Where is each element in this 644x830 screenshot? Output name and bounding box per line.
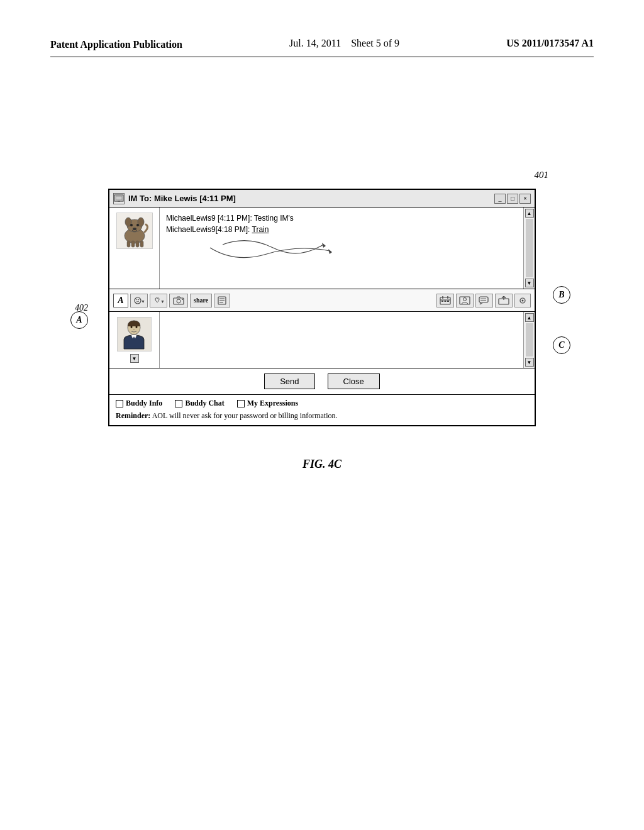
- smiley-button[interactable]: ▼: [130, 294, 148, 307]
- close-im-button[interactable]: Close: [328, 374, 380, 389]
- chat-button[interactable]: [475, 294, 493, 307]
- buddy-chat-label: Buddy Chat: [185, 399, 224, 408]
- header-right: US 2011/0173547 A1: [506, 38, 594, 49]
- label-a-container: A: [70, 311, 88, 329]
- im-titlebar-controls: _ □ ×: [494, 194, 531, 204]
- share-button[interactable]: share: [190, 294, 212, 307]
- scroll-up-arrow[interactable]: ▲: [525, 209, 534, 218]
- svg-rect-34: [445, 301, 447, 302]
- settings-button[interactable]: [514, 294, 531, 307]
- page-header: Patent Application Publication Jul. 14, …: [50, 38, 594, 57]
- buddy-info-checkbox-box: [116, 400, 123, 407]
- im-input-avatar-area: ▼: [109, 312, 160, 368]
- svg-rect-1: [116, 196, 122, 200]
- label-a-circle: A: [70, 311, 88, 329]
- im-chat-area: MichaelLewis9 [4:11 PM]: Testing IM's Mi…: [109, 208, 535, 289]
- svg-text:▼: ▼: [141, 299, 145, 304]
- figure-label-402: 402: [75, 303, 88, 313]
- svg-point-17: [135, 297, 141, 304]
- sheet-info: Sheet 5 of 9: [351, 38, 399, 48]
- label-b-circle: B: [553, 286, 570, 304]
- reminder-label: Reminder:: [116, 411, 150, 420]
- label-401: 401: [535, 170, 549, 180]
- message-1: MichaelLewis9 [4:11 PM]: Testing IM's: [166, 213, 518, 224]
- my-expressions-checkbox[interactable]: My Expressions: [237, 399, 298, 408]
- user-avatar: [117, 317, 152, 351]
- svg-rect-12: [131, 241, 135, 247]
- im-footer-reminder: Reminder: AOL will never ask for your pa…: [116, 411, 528, 421]
- my-expressions-label: My Expressions: [247, 399, 298, 408]
- svg-point-47: [136, 326, 138, 328]
- camera-button[interactable]: [169, 294, 188, 307]
- svg-marker-16: [328, 249, 332, 254]
- input-scrollbar[interactable]: ▲ ▼: [523, 312, 535, 368]
- svg-rect-13: [136, 241, 139, 247]
- address-button[interactable]: [456, 294, 474, 307]
- im-titlebar: IM To: Mike Lewis [4:11 PM] _ □ ×: [109, 190, 535, 208]
- svg-rect-33: [441, 301, 443, 302]
- label-b-container: B: [553, 286, 570, 304]
- figure-caption: FIG. 4C: [303, 458, 341, 471]
- svg-point-24: [182, 299, 183, 300]
- upload-button[interactable]: [495, 294, 513, 307]
- svg-rect-35: [447, 301, 449, 302]
- message-2: MichaelLewis9[4:18 PM]: Train: [166, 224, 518, 235]
- label-c-container: C: [553, 336, 570, 354]
- im-footer: Buddy Info Buddy Chat My Expressions Rem…: [109, 395, 535, 425]
- my-expressions-checkbox-box: [237, 400, 245, 407]
- label-c-circle: C: [553, 336, 570, 354]
- im-text-input[interactable]: [160, 312, 523, 368]
- label-a-text: A: [76, 315, 82, 325]
- input-scroll-arrow[interactable]: ▼: [130, 354, 139, 363]
- fig-label: FIG. 4C: [303, 458, 341, 470]
- publication-title: Patent Application Publication: [50, 39, 182, 50]
- input-scroll-up[interactable]: ▲: [525, 313, 534, 322]
- annotation-arrows: [172, 238, 361, 276]
- document-button[interactable]: [214, 294, 230, 307]
- send-button[interactable]: Send: [264, 374, 314, 389]
- svg-point-8: [130, 224, 133, 226]
- buddy-info-label: Buddy Info: [126, 399, 162, 408]
- svg-point-23: [177, 299, 180, 303]
- label-c-text: C: [558, 340, 564, 350]
- maximize-button[interactable]: □: [507, 194, 518, 204]
- svg-point-43: [522, 299, 524, 301]
- close-button[interactable]: ×: [519, 194, 531, 204]
- svg-point-37: [464, 297, 467, 301]
- im-messages: MichaelLewis9 [4:11 PM]: Testing IM's Mi…: [160, 208, 523, 289]
- header-left: Patent Application Publication: [50, 38, 182, 52]
- im-input-area: ▼ ▲ ▼: [109, 312, 535, 368]
- svg-rect-14: [140, 241, 143, 247]
- svg-point-19: [138, 299, 140, 300]
- svg-point-9: [136, 224, 139, 226]
- svg-point-10: [133, 228, 136, 230]
- scroll-down-arrow[interactable]: ▼: [525, 279, 534, 287]
- im-titlebar-left: IM To: Mike Lewis [4:11 PM]: [113, 193, 236, 204]
- label-402: 402: [75, 303, 88, 313]
- buddy-chat-checkbox-box: [175, 400, 182, 407]
- patent-number: US 2011/0173547 A1: [506, 38, 594, 48]
- im-window: IM To: Mike Lewis [4:11 PM] _ □ ×: [108, 189, 536, 426]
- label-b-text: B: [558, 290, 564, 300]
- font-button[interactable]: A: [113, 294, 128, 307]
- publication-date: Jul. 14, 2011: [289, 38, 341, 48]
- im-avatar-area: [109, 208, 160, 289]
- calendar-button[interactable]: [436, 294, 454, 307]
- buddy-chat-checkbox[interactable]: Buddy Chat: [175, 399, 224, 408]
- buddy-info-checkbox[interactable]: Buddy Info: [116, 399, 162, 408]
- svg-point-46: [131, 326, 133, 328]
- figure-label-401: 401: [535, 170, 549, 180]
- input-scroll-down[interactable]: ▼: [525, 358, 534, 367]
- toolbar-left: A ▼: [113, 294, 230, 307]
- svg-rect-11: [127, 241, 130, 247]
- minimize-button[interactable]: _: [494, 194, 506, 204]
- im-window-wrapper: 401 B A C: [108, 189, 536, 426]
- svg-rect-38: [479, 297, 488, 302]
- toolbar-right: [436, 294, 531, 307]
- main-content: 401 B A C: [50, 189, 594, 471]
- heart-button[interactable]: ▼: [150, 294, 167, 307]
- im-toolbar: A ▼: [109, 289, 535, 312]
- im-buttons-row: Send Close: [109, 368, 535, 395]
- svg-point-18: [136, 299, 138, 300]
- chat-scrollbar[interactable]: ▲ ▼: [523, 208, 535, 289]
